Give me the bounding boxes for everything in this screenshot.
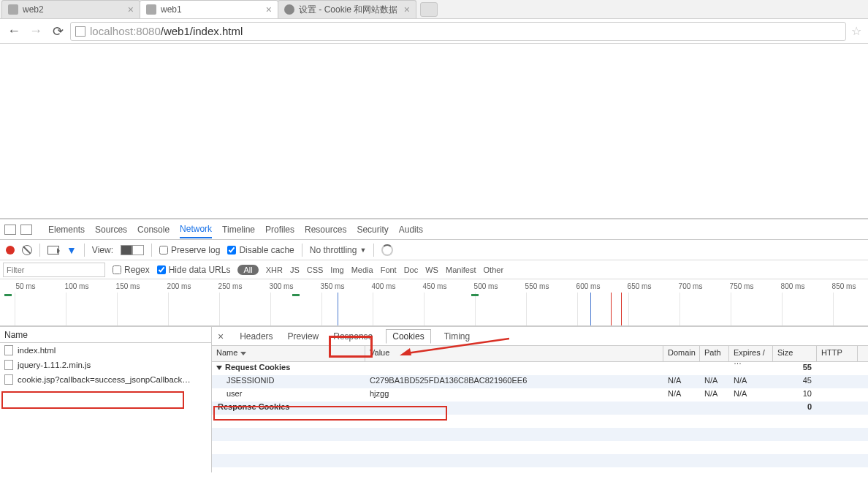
back-button[interactable]: ← (4, 22, 23, 41)
response-cookies-section[interactable]: Response Cookies 0 (212, 402, 868, 415)
forward-button[interactable]: → (26, 22, 45, 41)
tab-audits[interactable]: Audits (399, 222, 423, 238)
timeline-tick: 200 ms (153, 282, 205, 290)
clear-button[interactable] (22, 245, 32, 255)
col-path: Path (700, 346, 729, 361)
divider (151, 244, 152, 257)
table-row-empty (212, 454, 868, 467)
timeline-marker (292, 294, 300, 296)
preserve-log-checkbox[interactable]: Preserve log (159, 245, 220, 255)
timeline-tick: 650 ms (614, 282, 665, 290)
disable-cache-checkbox[interactable]: Disable cache (227, 245, 294, 255)
filter-other[interactable]: Other (484, 265, 504, 274)
col-name: Name (212, 346, 365, 361)
browser-tab[interactable]: 设置 - Cookie 和网站数据 × (278, 0, 416, 18)
url-bar: ← → ⟳ localhost:8080/web1/index.html ☆ (0, 19, 868, 44)
triangle-down-icon (216, 366, 222, 370)
new-tab-button[interactable] (420, 2, 438, 17)
request-list-header[interactable]: Name (0, 327, 211, 343)
filter-input[interactable] (3, 263, 105, 277)
page-icon (75, 26, 85, 37)
view-toggle[interactable] (121, 245, 144, 255)
detail-tab-preview[interactable]: Preview (286, 330, 321, 343)
tab-network[interactable]: Network (180, 221, 212, 238)
tab-title: web1 (161, 4, 182, 15)
timeline-tick: 350 ms (307, 282, 358, 290)
bookmark-star-icon[interactable]: ☆ (849, 24, 864, 38)
detail-tab-headers[interactable]: Headers (238, 330, 274, 343)
timeline-tick: 150 ms (102, 282, 153, 290)
tab-sources[interactable]: Sources (95, 222, 127, 238)
reload-button[interactable]: ⟳ (48, 22, 67, 41)
divider (302, 244, 302, 257)
col-expires: Expires / … (729, 346, 773, 361)
close-icon[interactable]: × (266, 4, 272, 15)
close-detail-icon[interactable]: × (218, 331, 224, 342)
tab-resources[interactable]: Resources (305, 222, 346, 238)
filter-css[interactable]: CSS (307, 265, 324, 274)
detail-tab-cookies[interactable]: Cookies (386, 329, 430, 344)
network-filter-bar: Regex Hide data URLs All XHR JS CSS Img … (0, 260, 868, 279)
table-row-empty (212, 428, 868, 441)
favicon-icon (8, 4, 18, 15)
filter-all[interactable]: All (237, 265, 258, 275)
request-row-selected[interactable]: cookie.jsp?callback=success_jsonpCallbac… (0, 372, 211, 387)
request-cookies-section[interactable]: Request Cookies 55 (212, 362, 868, 375)
filter-ws[interactable]: WS (425, 265, 438, 274)
inspect-icon[interactable] (4, 225, 16, 235)
timeline-tick: 550 ms (511, 282, 563, 290)
tab-profiles[interactable]: Profiles (265, 222, 294, 238)
tab-timeline[interactable]: Timeline (222, 222, 255, 238)
filter-manifest[interactable]: Manifest (446, 265, 476, 274)
timeline-tick: 300 ms (256, 282, 307, 290)
request-row[interactable]: index.html (0, 343, 211, 358)
timeline-vline (338, 293, 338, 325)
timeline-tick: 700 ms (665, 282, 716, 290)
filter-doc[interactable]: Doc (404, 265, 419, 274)
network-timeline[interactable]: 50 ms100 ms150 ms200 ms250 ms300 ms350 m… (0, 279, 868, 326)
browser-tab-active[interactable]: web1 × (140, 0, 278, 18)
filter-xhr[interactable]: XHR (266, 265, 283, 274)
sort-icon (240, 352, 246, 355)
cookies-header-row[interactable]: Name Value Domain Path Expires / … Size … (212, 346, 868, 362)
timeline-tick: 750 ms (716, 282, 767, 290)
filter-js[interactable]: JS (290, 265, 300, 274)
url-path: /web1/index.html (161, 25, 243, 37)
view-label: View: (92, 245, 113, 255)
filter-media[interactable]: Media (351, 265, 373, 274)
timeline-tick: 450 ms (409, 282, 460, 290)
filter-img[interactable]: Img (330, 265, 343, 274)
request-row[interactable]: jquery-1.11.2.min.js (0, 358, 211, 372)
timeline-tick: 500 ms (460, 282, 511, 290)
filter-font[interactable]: Font (381, 265, 397, 274)
hide-data-urls-checkbox[interactable]: Hide data URLs (157, 265, 231, 275)
table-row-empty (212, 441, 868, 454)
browser-tab[interactable]: web2 × (1, 0, 140, 18)
record-button[interactable] (6, 246, 15, 255)
filter-icon[interactable]: ▼ (66, 244, 77, 256)
divider (39, 244, 40, 257)
throttling-select[interactable]: No throttling ▼ (310, 245, 367, 255)
close-icon[interactable]: × (404, 4, 410, 15)
tab-security[interactable]: Security (357, 222, 388, 238)
tab-elements[interactable]: Elements (48, 222, 85, 238)
cookie-row[interactable]: user hjzgg N/A N/A N/A 10 (212, 388, 868, 402)
timeline-tick: 50 ms (0, 282, 51, 290)
browser-tab-bar: web2 × web1 × 设置 - Cookie 和网站数据 × (0, 0, 868, 19)
network-split-panel: Name index.html jquery-1.11.2.min.js coo… (0, 326, 868, 472)
file-icon (4, 360, 13, 370)
detail-tab-timing[interactable]: Timing (443, 330, 472, 343)
timeline-tick: 400 ms (358, 282, 409, 290)
device-mode-icon[interactable] (20, 225, 32, 235)
cookie-row[interactable]: JSESSIONID C279BA1BD525FDA136C8BAC821960… (212, 375, 868, 388)
detail-tab-response[interactable]: Response (332, 330, 374, 343)
timeline-vline (611, 293, 612, 325)
tab-console[interactable]: Console (137, 222, 170, 238)
regex-checkbox[interactable]: Regex (113, 265, 150, 275)
devtools-tabs: Elements Sources Console Network Timelin… (0, 219, 868, 240)
close-icon[interactable]: × (128, 4, 134, 15)
timeline-tick: 250 ms (205, 282, 256, 290)
address-bar[interactable]: localhost:8080/web1/index.html (70, 22, 846, 41)
spinner-icon (381, 244, 393, 256)
screenshot-icon[interactable] (47, 246, 59, 255)
